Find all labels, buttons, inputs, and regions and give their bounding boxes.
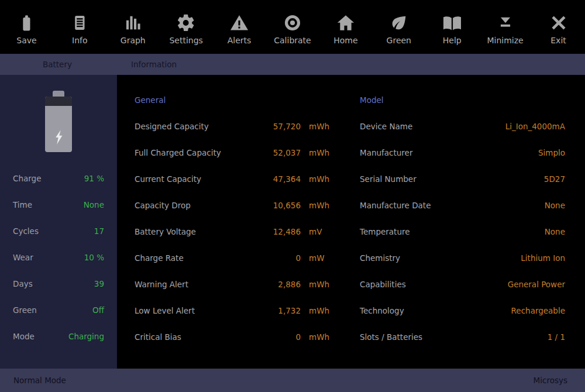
- row-label: Warning Alert: [135, 280, 254, 289]
- row-value: 0: [254, 253, 301, 263]
- row-value: 12,486: [254, 227, 301, 236]
- stat-label: Wear: [13, 253, 33, 262]
- row-unit: mWh: [301, 332, 329, 342]
- stat-row-green: Green Off: [0, 297, 117, 323]
- toolbar-button-minimize[interactable]: Minimize: [479, 9, 532, 45]
- row-value: Li_Ion_4000mA: [505, 122, 565, 131]
- toolbar-label: Home: [333, 36, 357, 45]
- stat-value: 91 %: [84, 174, 104, 183]
- toolbar-button-save[interactable]: Save: [0, 9, 53, 45]
- row-label: Temperature: [360, 227, 410, 236]
- row-label: Current Capacity: [135, 174, 254, 184]
- toolbar-button-graph[interactable]: Graph: [106, 9, 160, 45]
- row-label: Critical Bias: [135, 332, 254, 342]
- toolbar-label: Calibrate: [274, 36, 311, 45]
- row-unit: mWh: [301, 280, 329, 289]
- row-value: Simplo: [538, 148, 565, 157]
- toolbar-button-exit[interactable]: Exit: [532, 9, 585, 45]
- row-label: Low Level Alert: [135, 306, 254, 315]
- table-row: Manufacturer Simplo: [360, 139, 565, 166]
- row-value: 52,037: [254, 148, 301, 157]
- table-row: Warning Alert 2,886 mWh: [135, 271, 329, 297]
- leaf-icon: [389, 13, 409, 33]
- table-row: Low Level Alert 1,732 mWh: [135, 297, 329, 324]
- toolbar-button-info[interactable]: Info: [53, 9, 106, 45]
- toolbar-label: Help: [443, 36, 462, 45]
- battery-charging-icon: [45, 91, 72, 152]
- stat-label: Time: [13, 200, 32, 209]
- row-unit: mWh: [301, 122, 329, 131]
- row-unit: mW: [301, 253, 329, 263]
- row-label: Capacity Drop: [135, 201, 254, 210]
- toolbar-button-help[interactable]: Help: [425, 9, 479, 45]
- row-label: Technology: [360, 306, 404, 315]
- table-row: Capabilities General Power: [360, 271, 565, 297]
- row-unit: mV: [301, 227, 329, 236]
- stat-row-cycles: Cycles 17: [0, 218, 117, 244]
- tab-bar: Battery Information: [0, 54, 585, 75]
- row-value: 0: [254, 332, 301, 342]
- model-section: Model Device Name Li_Ion_4000mA Manufact…: [360, 87, 565, 369]
- table-row: Current Capacity 47,364 mWh: [135, 166, 329, 192]
- row-value: 1,732: [254, 306, 301, 315]
- close-x-icon: [549, 13, 569, 33]
- open-book-icon: [442, 13, 462, 33]
- row-label: Manufacturer: [360, 148, 412, 157]
- stat-value: 17: [94, 226, 104, 236]
- table-row: Battery Voltage 12,486 mV: [135, 218, 329, 245]
- bar-chart-icon: [123, 13, 143, 33]
- table-row: Full Charged Capacity 52,037 mWh: [135, 139, 329, 166]
- table-row: Manufacture Date None: [360, 192, 565, 218]
- row-value: Lithium Ion: [521, 253, 565, 263]
- row-value: None: [545, 201, 565, 210]
- table-row: Slots / Batteries 1 / 1: [360, 324, 565, 350]
- toolbar-button-green[interactable]: Green: [372, 9, 425, 45]
- toolbar-button-calibrate[interactable]: Calibrate: [266, 9, 319, 45]
- toolbar-label: Green: [387, 36, 411, 45]
- bullseye-icon: [283, 13, 302, 33]
- row-label: Capabilities: [360, 280, 406, 289]
- toolbar: Save Info Graph Settings Alerts Calibrat…: [0, 0, 585, 54]
- row-value: 47,364: [254, 174, 301, 184]
- toolbar-button-settings[interactable]: Settings: [160, 9, 213, 45]
- row-label: Battery Voltage: [135, 227, 254, 236]
- stat-label: Mode: [13, 332, 35, 341]
- table-row: Serial Number 5D27: [360, 166, 565, 192]
- row-unit: mWh: [301, 201, 329, 210]
- row-unit: mWh: [301, 306, 329, 315]
- table-row: Temperature None: [360, 218, 565, 245]
- stat-label: Days: [13, 279, 33, 288]
- table-row: Designed Capacity 57,720 mWh: [135, 113, 329, 139]
- row-label: Serial Number: [360, 174, 417, 184]
- status-mode-text: Normal Mode: [13, 376, 66, 385]
- table-row: Device Name Li_Ion_4000mA: [360, 113, 565, 139]
- row-unit: mWh: [301, 148, 329, 157]
- row-value: 1 / 1: [548, 332, 565, 342]
- toolbar-label: Minimize: [487, 36, 523, 45]
- gear-icon: [176, 13, 196, 33]
- table-row: Charge Rate 0 mW: [135, 245, 329, 271]
- table-row: Capacity Drop 10,656 mWh: [135, 192, 329, 218]
- stat-label: Cycles: [13, 226, 39, 236]
- model-section-title: Model: [360, 87, 565, 113]
- stat-row-charge: Charge 91 %: [0, 165, 117, 191]
- status-vendor-text: Microsys: [534, 376, 567, 385]
- status-bar: Normal Mode Microsys: [0, 369, 585, 392]
- row-value: 2,886: [254, 280, 301, 289]
- stat-row-days: Days 39: [0, 270, 117, 297]
- document-lines-icon: [70, 13, 90, 33]
- tab-battery[interactable]: Battery: [43, 60, 72, 69]
- row-label: Full Charged Capacity: [135, 148, 254, 157]
- row-label: Manufacture Date: [360, 201, 431, 210]
- row-label: Slots / Batteries: [360, 332, 422, 342]
- tab-information[interactable]: Information: [131, 60, 177, 69]
- toolbar-label: Info: [72, 36, 88, 45]
- general-section-title: General: [135, 87, 329, 113]
- toolbar-label: Alerts: [228, 36, 252, 45]
- toolbar-button-home[interactable]: Home: [319, 9, 372, 45]
- toolbar-label: Settings: [169, 36, 202, 45]
- table-row: Technology Rechargeable: [360, 297, 565, 324]
- row-value: Rechargeable: [511, 306, 565, 315]
- stat-value: 10 %: [84, 253, 104, 262]
- toolbar-button-alerts[interactable]: Alerts: [213, 9, 266, 45]
